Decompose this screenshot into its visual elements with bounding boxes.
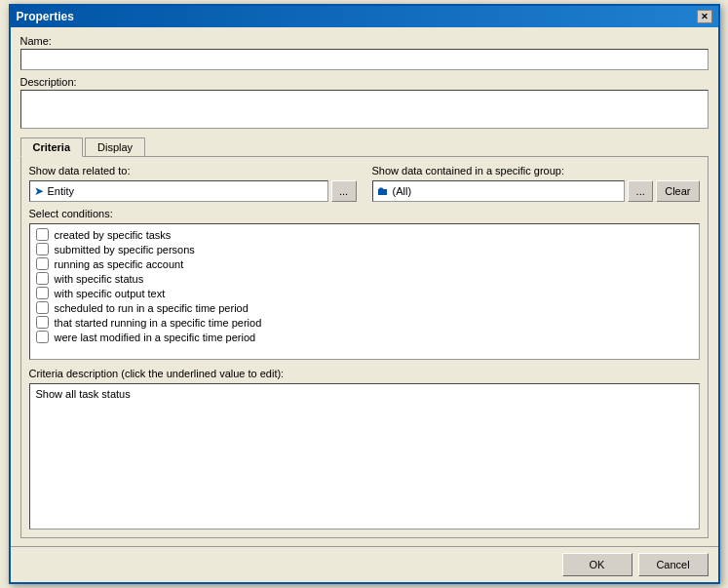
conditions-box: created by specific tasks submitted by s… <box>29 223 700 360</box>
group-field-with-btn: 🖿 (All) ... Clear <box>372 180 700 202</box>
condition-last-modified: were last modified in a specific time pe… <box>36 331 693 343</box>
condition-with-specific-output: with specific output text <box>36 287 693 299</box>
entity-input[interactable]: ➤ Entity <box>29 180 328 202</box>
checkbox-scheduled-to-run[interactable] <box>36 301 49 314</box>
description-field-row: Description: <box>20 76 709 131</box>
entity-value: Entity <box>48 185 75 197</box>
conditions-section: Select conditions: created by specific t… <box>29 208 700 360</box>
group-browse-icon: ... <box>636 185 645 197</box>
show-group-right: Show data contained in a specific group:… <box>372 165 700 202</box>
description-label: Description: <box>20 76 709 88</box>
label-running-as-account: running as specific account <box>55 258 184 270</box>
condition-created-by-tasks: created by specific tasks <box>36 228 693 241</box>
title-bar-buttons: ✕ <box>697 10 712 23</box>
tab-criteria[interactable]: Criteria <box>20 137 84 157</box>
close-icon: ✕ <box>701 12 709 21</box>
title-bar: Properties ✕ <box>11 6 718 27</box>
label-with-specific-status: with specific status <box>55 273 144 285</box>
group-value: (All) <box>393 185 412 197</box>
entity-browse-button[interactable]: ... <box>331 180 357 202</box>
ok-button[interactable]: OK <box>562 553 632 576</box>
condition-running-as-account: running as specific account <box>36 257 693 270</box>
ok-label: OK <box>590 559 605 570</box>
checkbox-with-specific-output[interactable] <box>36 287 49 299</box>
condition-scheduled-to-run: scheduled to run in a specific time peri… <box>36 301 693 314</box>
entity-field-with-btn: ➤ Entity ... <box>29 180 357 202</box>
name-field-row: Name: <box>20 35 709 70</box>
checkbox-with-specific-status[interactable] <box>36 272 49 285</box>
name-label: Name: <box>20 35 709 47</box>
group-clear-button[interactable]: Clear <box>656 180 699 202</box>
properties-dialog: Properties ✕ Name: Description: Criteria… <box>9 4 720 584</box>
tab-content-criteria: Show data related to: ➤ Entity ... Show … <box>20 156 709 538</box>
show-data-left: Show data related to: ➤ Entity ... <box>29 165 357 202</box>
criteria-desc-label: Criteria description (click the underlin… <box>29 368 700 379</box>
description-input[interactable] <box>20 90 709 129</box>
group-browse-button[interactable]: ... <box>628 180 653 202</box>
criteria-desc-value: Show all task status <box>36 388 131 400</box>
show-data-row: Show data related to: ➤ Entity ... Show … <box>29 165 700 202</box>
entity-icon: ➤ <box>34 184 44 198</box>
show-data-label: Show data related to: <box>29 165 357 176</box>
label-last-modified: were last modified in a specific time pe… <box>55 332 256 343</box>
label-with-specific-output: with specific output text <box>55 288 166 299</box>
close-button[interactable]: ✕ <box>697 10 712 23</box>
checkbox-last-modified[interactable] <box>36 331 49 343</box>
condition-submitted-by-persons: submitted by specific persons <box>36 243 693 255</box>
dialog-body: Name: Description: Criteria Display Show… <box>11 27 718 546</box>
checkbox-created-by-tasks[interactable] <box>36 228 49 241</box>
condition-started-running: that started running in a specific time … <box>36 316 693 329</box>
condition-with-specific-status: with specific status <box>36 272 693 285</box>
tabs-bar: Criteria Display <box>20 137 709 156</box>
group-label: Show data contained in a specific group: <box>372 165 700 176</box>
checkbox-running-as-account[interactable] <box>36 257 49 270</box>
group-input[interactable]: 🖿 (All) <box>372 180 626 202</box>
dialog-title: Properties <box>17 10 74 23</box>
entity-browse-icon: ... <box>339 185 348 197</box>
criteria-desc-box: Show all task status <box>29 383 700 529</box>
label-created-by-tasks: created by specific tasks <box>55 229 172 241</box>
checkbox-submitted-by-persons[interactable] <box>36 243 49 255</box>
conditions-label: Select conditions: <box>29 208 700 219</box>
label-submitted-by-persons: submitted by specific persons <box>55 244 195 255</box>
checkbox-started-running[interactable] <box>36 316 49 329</box>
cancel-button[interactable]: Cancel <box>638 553 709 576</box>
dialog-footer: OK Cancel <box>11 546 718 582</box>
group-icon: 🖿 <box>377 184 389 198</box>
cancel-label: Cancel <box>656 559 689 570</box>
name-input[interactable] <box>20 49 709 70</box>
clear-label: Clear <box>665 185 690 197</box>
tab-display[interactable]: Display <box>85 137 145 157</box>
label-scheduled-to-run: scheduled to run in a specific time peri… <box>55 302 249 314</box>
label-started-running: that started running in a specific time … <box>55 317 262 329</box>
